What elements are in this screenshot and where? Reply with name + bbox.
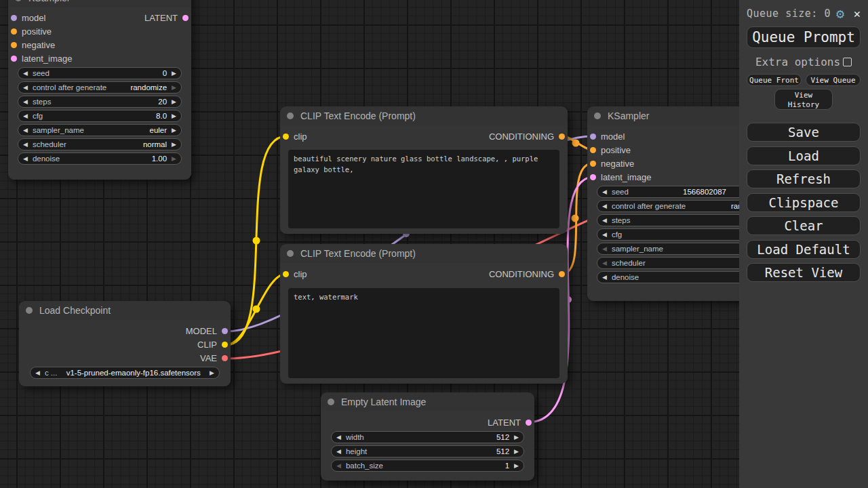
widget-label: denoise xyxy=(612,273,639,281)
increment-arrow-icon[interactable]: ▶ xyxy=(172,127,176,134)
queue-front-button[interactable]: Queue Front xyxy=(747,74,802,86)
node-load-checkpoint[interactable]: Load Checkpoint MODEL CLIP VAE ◀ c ... v… xyxy=(19,301,231,386)
output-slot-conditioning[interactable] xyxy=(559,271,565,277)
widget-ckpt-name[interactable]: ◀ c ... v1-5-pruned-emaonly-fp16.safeten… xyxy=(30,367,220,379)
collapse-dot[interactable] xyxy=(594,113,601,119)
decrement-arrow-icon[interactable]: ◀ xyxy=(336,463,341,469)
output-label: CLIP xyxy=(197,340,217,350)
increment-arrow-icon[interactable]: ▶ xyxy=(172,85,176,91)
collapse-dot[interactable] xyxy=(328,399,334,405)
queue-prompt-button[interactable]: Queue Prompt xyxy=(747,26,861,48)
node-ksampler-top-left[interactable]: KSampler model LATENT positive negative … xyxy=(8,0,191,180)
decrement-arrow-icon[interactable]: ◀ xyxy=(35,370,40,376)
view-history-button[interactable]: View History xyxy=(774,89,833,110)
reset-view-button[interactable]: Reset View xyxy=(747,263,861,282)
widget-denoise[interactable]: ◀ denoise 1.00 ▶ xyxy=(18,152,182,165)
clipspace-button[interactable]: Clipspace xyxy=(747,193,861,212)
widget-width[interactable]: ◀ width 512 ▶ xyxy=(331,431,524,443)
decrement-arrow-icon[interactable]: ◀ xyxy=(602,189,607,195)
input-slot-negative[interactable] xyxy=(11,42,17,48)
output-slot-latent[interactable] xyxy=(526,420,532,426)
input-slot-latent-image[interactable] xyxy=(590,174,596,180)
decrement-arrow-icon[interactable]: ◀ xyxy=(23,156,28,162)
output-label: CONDITIONING xyxy=(489,269,554,279)
collapse-dot[interactable] xyxy=(15,0,22,1)
decrement-arrow-icon[interactable]: ◀ xyxy=(602,260,607,266)
save-button[interactable]: Save xyxy=(747,123,861,142)
increment-arrow-icon[interactable]: ▶ xyxy=(172,70,176,77)
input-slot-negative[interactable] xyxy=(590,161,596,167)
output-label: CONDITIONING xyxy=(489,131,554,142)
node-title-bar: CLIP Text Encode (Prompt) xyxy=(280,244,568,263)
decrement-arrow-icon[interactable]: ◀ xyxy=(602,246,607,252)
output-slot-latent[interactable] xyxy=(182,15,189,21)
close-menu-icon[interactable]: ✕ xyxy=(854,8,861,20)
decrement-arrow-icon[interactable]: ◀ xyxy=(23,142,28,148)
collapse-dot[interactable] xyxy=(287,250,294,257)
increment-arrow-icon[interactable]: ▶ xyxy=(172,113,176,119)
widget-label: control after generate xyxy=(612,202,686,210)
widget-seed[interactable]: ◀ seed 0 ▶ xyxy=(18,67,182,79)
widget-value: randomize xyxy=(130,83,167,92)
node-graph-canvas[interactable]: KSampler model LATENT positive negative … xyxy=(0,0,868,488)
output-slot-clip[interactable] xyxy=(222,342,228,348)
decrement-arrow-icon[interactable]: ◀ xyxy=(23,85,28,91)
input-slot-model[interactable] xyxy=(11,15,17,21)
decrement-arrow-icon[interactable]: ◀ xyxy=(602,203,607,209)
clear-button[interactable]: Clear xyxy=(747,216,861,235)
settings-gear-icon[interactable]: ⚙ xyxy=(836,7,844,20)
extra-options-checkbox[interactable] xyxy=(843,58,852,66)
increment-arrow-icon[interactable]: ▶ xyxy=(514,434,519,441)
widget-control-after-generate[interactable]: ◀ control after generate randomize ▶ xyxy=(18,81,182,94)
input-slot-positive[interactable] xyxy=(590,147,596,153)
output-slot-conditioning[interactable] xyxy=(559,134,565,140)
input-slot-model[interactable] xyxy=(590,134,596,140)
widget-label: denoise xyxy=(33,155,60,163)
decrement-arrow-icon[interactable]: ◀ xyxy=(23,70,28,77)
increment-arrow-icon[interactable]: ▶ xyxy=(514,463,519,469)
widget-cfg[interactable]: ◀ cfg 8.0 ▶ xyxy=(18,110,182,122)
collapse-dot[interactable] xyxy=(26,307,33,314)
node-title: KSampler xyxy=(28,0,70,3)
input-slot-positive[interactable] xyxy=(11,28,17,35)
increment-arrow-icon[interactable]: ▶ xyxy=(210,370,214,376)
increment-arrow-icon[interactable]: ▶ xyxy=(172,156,176,162)
widget-label: seed xyxy=(612,188,629,196)
node-empty-latent-image[interactable]: Empty Latent Image LATENT ◀ width 512 ▶ … xyxy=(321,392,534,481)
widget-label: width xyxy=(346,433,364,441)
decrement-arrow-icon[interactable]: ◀ xyxy=(602,218,607,224)
load-default-button[interactable]: Load Default xyxy=(747,240,861,259)
output-slot-model[interactable] xyxy=(222,328,228,334)
decrement-arrow-icon[interactable]: ◀ xyxy=(23,113,28,119)
negative-prompt-textarea[interactable]: text, watermark xyxy=(288,288,559,378)
collapse-dot[interactable] xyxy=(287,113,294,119)
node-title: CLIP Text Encode (Prompt) xyxy=(300,248,416,259)
widget-height[interactable]: ◀ height 512 ▶ xyxy=(331,445,524,458)
refresh-button[interactable]: Refresh xyxy=(747,169,861,188)
decrement-arrow-icon[interactable]: ◀ xyxy=(336,434,341,441)
widget-scheduler[interactable]: ◀ scheduler normal ▶ xyxy=(18,138,182,150)
node-clip-text-encode-positive[interactable]: CLIP Text Encode (Prompt) clip CONDITION… xyxy=(280,106,568,234)
positive-prompt-textarea[interactable]: beautiful scenery nature glass bottle la… xyxy=(288,150,559,228)
widget-steps[interactable]: ◀ steps 20 ▶ xyxy=(18,96,182,108)
decrement-arrow-icon[interactable]: ◀ xyxy=(23,127,28,134)
widget-batch-size[interactable]: ◀ batch_size 1 ▶ xyxy=(331,460,524,472)
input-slot-clip[interactable] xyxy=(283,134,289,140)
increment-arrow-icon[interactable]: ▶ xyxy=(172,99,176,105)
widget-value: 20 xyxy=(158,98,167,106)
increment-arrow-icon[interactable]: ▶ xyxy=(514,449,519,455)
widget-sampler-name[interactable]: ◀ sampler_name euler ▶ xyxy=(18,124,182,136)
node-title-bar: Load Checkpoint xyxy=(19,301,231,320)
decrement-arrow-icon[interactable]: ◀ xyxy=(602,274,607,281)
input-slot-clip[interactable] xyxy=(283,271,289,277)
input-label: model xyxy=(22,13,45,23)
decrement-arrow-icon[interactable]: ◀ xyxy=(602,232,607,238)
decrement-arrow-icon[interactable]: ◀ xyxy=(23,99,28,105)
load-button[interactable]: Load xyxy=(747,146,861,165)
output-slot-vae[interactable] xyxy=(222,355,228,361)
input-slot-latent-image[interactable] xyxy=(11,56,17,62)
node-clip-text-encode-negative[interactable]: CLIP Text Encode (Prompt) clip CONDITION… xyxy=(280,244,568,384)
view-queue-button[interactable]: View Queue xyxy=(806,74,861,86)
increment-arrow-icon[interactable]: ▶ xyxy=(172,142,176,148)
decrement-arrow-icon[interactable]: ◀ xyxy=(336,449,341,455)
